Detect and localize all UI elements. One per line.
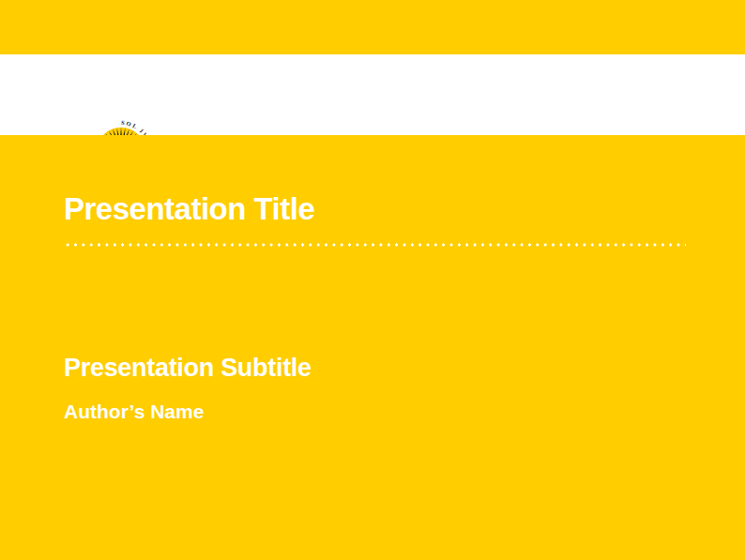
title-slide: SOL IVSTITIAE ILLVSTRA NOS <box>0 0 745 560</box>
presentation-title: Presentation Title <box>64 191 314 227</box>
dotted-divider <box>64 241 686 249</box>
top-yellow-band <box>0 0 745 54</box>
presentation-subtitle: Presentation Subtitle <box>64 354 312 383</box>
author-name: Author’s Name <box>64 401 204 423</box>
logo-band: SOL IVSTITIAE ILLVSTRA NOS <box>0 54 745 135</box>
